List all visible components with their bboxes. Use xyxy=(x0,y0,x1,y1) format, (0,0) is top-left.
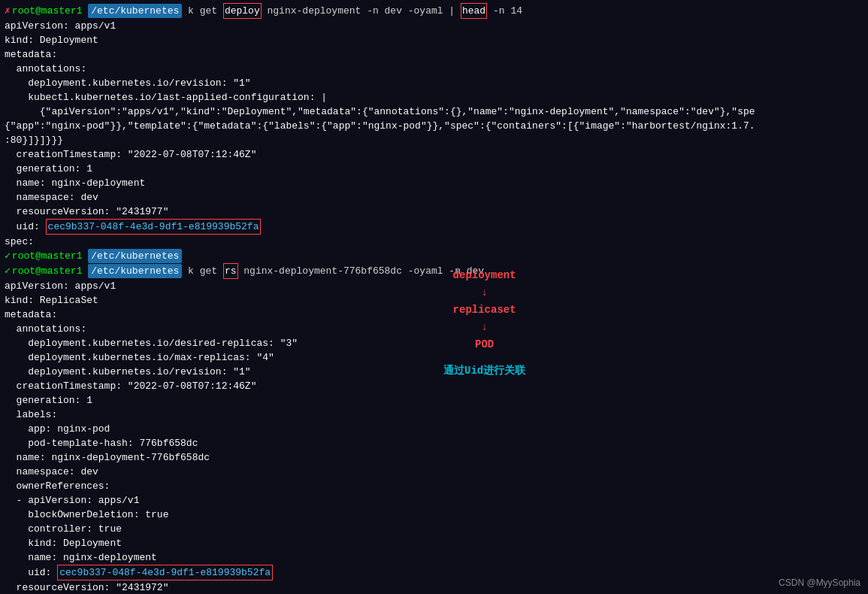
arrow-2: ↓ xyxy=(481,319,487,336)
pod-label: POD xyxy=(475,336,494,353)
arrow-1: ↓ xyxy=(481,284,487,302)
rs-output-20: name: nginx-deployment xyxy=(5,550,863,565)
rs-output-3: metadata: xyxy=(5,308,863,322)
output-line-12: name: nginx-deployment xyxy=(5,176,863,190)
prompt-line-2: ✓ root@master1 /etc/kubernetes xyxy=(5,249,863,263)
output-line-11: generation: 1 xyxy=(5,162,863,176)
username-1: root@master1 xyxy=(12,4,83,18)
rs-output-1: apiVersion: apps/v1 xyxy=(5,279,863,293)
username-3: root@master1 xyxy=(12,264,83,278)
output-line-7: {"apiVersion":"apps/v1","kind":"Deployme… xyxy=(5,105,863,119)
deploy-keyword: deploy xyxy=(223,3,262,19)
spec-line: spec: xyxy=(5,235,863,249)
rs-output-18: controller: true xyxy=(5,522,863,536)
replicaset-label: replicaset xyxy=(453,302,516,319)
output-line-1: apiVersion: apps/v1 xyxy=(5,19,863,33)
x-icon: ✗ xyxy=(5,4,11,18)
rs-output-8: creationTimestamp: "2022-07-08T07:12:46Z… xyxy=(5,379,863,393)
uid-association-label: 通过Uid进行关联 xyxy=(443,362,525,380)
rs-output-17: blockOwnerDeletion: true xyxy=(5,508,863,522)
rs-keyword: rs xyxy=(223,263,238,279)
terminal: ✗ root@master1 /etc/kubernetes k get dep… xyxy=(0,0,868,594)
rs-output-9: generation: 1 xyxy=(5,393,863,408)
output-line-9: :80}]}]}}} xyxy=(5,133,863,147)
output-line-8: {"app":"nginx-pod"}},"template":{"metada… xyxy=(5,119,863,133)
cmd-k-get: k get xyxy=(182,4,223,18)
path-2: /etc/kubernetes xyxy=(88,249,182,263)
rs-output-11: app: nginx-pod xyxy=(5,422,863,436)
output-line-2: kind: Deployment xyxy=(5,33,863,47)
prompt-line-3: ✓ root@master1 /etc/kubernetes k get rs … xyxy=(5,263,863,279)
rs-output-14: namespace: dev xyxy=(5,465,863,479)
cmd-k-get-2: k get xyxy=(182,264,223,278)
diagram-annotations: deployment ↓ replicaset ↓ POD 通过Uid进行关联 xyxy=(443,267,525,380)
rs-output-19: kind: Deployment xyxy=(5,536,863,550)
uid-line-1: uid: cec9b337-048f-4e3d-9df1-e819939b52f… xyxy=(5,219,863,235)
rs-output-21: resourceVersion: "2431972" xyxy=(5,580,863,594)
rs-output-2: kind: ReplicaSet xyxy=(5,293,863,308)
username-2: root@master1 xyxy=(12,249,83,263)
rs-output-10: labels: xyxy=(5,408,863,422)
output-line-3: metadata: xyxy=(5,47,863,62)
output-line-13: namespace: dev xyxy=(5,190,863,205)
path-1: /etc/kubernetes xyxy=(88,4,182,18)
rs-output-13: name: nginx-deployment-776bf658dc xyxy=(5,450,863,465)
deployment-label: deployment xyxy=(453,267,516,284)
rs-output-5: deployment.kubernetes.io/desired-replica… xyxy=(5,336,863,350)
check-icon-3: ✓ xyxy=(5,264,11,278)
path-3: /etc/kubernetes xyxy=(88,264,182,278)
command-line-1: ✗ root@master1 /etc/kubernetes k get dep… xyxy=(5,3,863,19)
watermark: CSDN @MyySophia xyxy=(779,577,860,588)
rs-output-7: deployment.kubernetes.io/revision: "1" xyxy=(5,365,863,379)
rs-output-12: pod-template-hash: 776bf658dc xyxy=(5,436,863,450)
uid-value-1: cec9b337-048f-4e3d-9df1-e819939b52fa xyxy=(46,219,262,235)
check-icon-2: ✓ xyxy=(5,249,11,263)
rs-output-6: deployment.kubernetes.io/max-replicas: "… xyxy=(5,350,863,365)
output-line-4: annotations: xyxy=(5,62,863,76)
rs-output-4: annotations: xyxy=(5,322,863,336)
rs-output-15: ownerReferences: xyxy=(5,479,863,493)
head-keyword: head xyxy=(461,3,487,19)
rs-output-16: - apiVersion: apps/v1 xyxy=(5,493,863,508)
output-line-10: creationTimestamp: "2022-07-08T07:12:46Z… xyxy=(5,147,863,162)
output-line-5: deployment.kubernetes.io/revision: "1" xyxy=(5,76,863,90)
cmd-args-1: nginx-deployment -n dev -oyaml | xyxy=(262,4,461,18)
uid-value-2: cec9b337-048f-4e3d-9df1-e819939b52fa xyxy=(57,565,273,580)
cmd-n14: -n 14 xyxy=(487,4,522,18)
output-line-14: resourceVersion: "2431977" xyxy=(5,205,863,219)
uid-line-2: uid: cec9b337-048f-4e3d-9df1-e819939b52f… xyxy=(5,565,863,580)
output-line-6: kubectl.kubernetes.io/last-applied-confi… xyxy=(5,90,863,105)
